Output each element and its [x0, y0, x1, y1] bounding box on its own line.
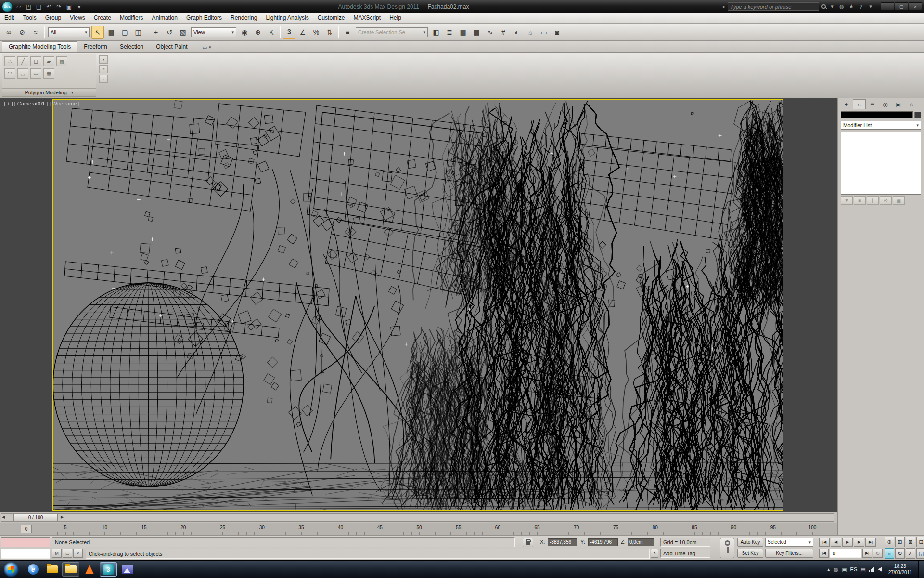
tray-expand-icon[interactable]: ▲	[827, 567, 831, 572]
taskbar-vlc-icon[interactable]	[81, 562, 98, 577]
current-frame-marker[interactable]: 0	[21, 525, 32, 533]
go-to-end-button[interactable]: ▶|	[865, 538, 876, 547]
menu-views[interactable]: Views	[65, 13, 90, 23]
maximize-viewport-icon[interactable]: ◱	[916, 548, 924, 559]
remove-modifier-icon[interactable]: ⊘	[880, 196, 892, 205]
mini-window-button[interactable]: ▭	[63, 549, 72, 558]
tab-utilities[interactable]: ⌂	[905, 99, 918, 109]
y-coordinate-field[interactable]: -4619,796	[588, 538, 618, 546]
edge-mode-icon[interactable]: ╱	[17, 56, 28, 66]
search-input[interactable]	[728, 2, 819, 11]
tab-display[interactable]: ▣	[892, 99, 905, 109]
network-icon[interactable]	[869, 567, 874, 572]
zoom-region-icon[interactable]: ⊡	[916, 537, 924, 547]
add-time-tag-field[interactable]: Add Time Tag	[660, 549, 710, 558]
next-key-button[interactable]: ▶|	[862, 549, 872, 558]
snaps-toggle-icon[interactable]: 3	[283, 26, 295, 39]
modifier-list-dropdown[interactable]: Modifier List ▾	[841, 121, 921, 130]
spinner-snap-icon[interactable]: ⇅	[323, 26, 336, 39]
undo-icon[interactable]: ↶	[44, 2, 54, 11]
preview-multi-icon[interactable]: ◡	[17, 68, 28, 79]
curve-editor-icon[interactable]: ∿	[484, 26, 496, 39]
time-slider-right-arrow[interactable]: ▶	[61, 515, 64, 519]
tab-modify[interactable]: ∩	[853, 99, 866, 109]
polygon-modeling-caption[interactable]: Polygon Modeling ▾	[2, 88, 96, 96]
selection-lock-icon[interactable]	[523, 538, 533, 547]
language-indicator[interactable]: ES	[850, 566, 858, 572]
select-and-link-icon[interactable]: ∞	[2, 26, 15, 39]
camera-viewport[interactable]	[52, 99, 783, 511]
render-setup-icon[interactable]: ☼	[524, 26, 537, 39]
menu-graph-editors[interactable]: Graph Editors	[182, 13, 226, 23]
previous-key-button[interactable]: |◀	[819, 549, 829, 558]
select-object-icon[interactable]: ↖	[91, 26, 104, 39]
keyboard-override-icon[interactable]: K	[265, 26, 278, 39]
time-slider-track[interactable]	[1, 513, 834, 522]
maxscript-macro-recorder-field[interactable]	[1, 537, 50, 547]
select-and-rotate-icon[interactable]: ↺	[163, 26, 176, 39]
quick-access-dropdown-icon[interactable]: ▾	[74, 2, 84, 11]
frame-number-field[interactable]: 0	[830, 549, 861, 558]
panel-expand-icon[interactable]: ▪	[99, 55, 108, 64]
time-tag-icon[interactable]: ◔	[651, 549, 658, 558]
key-filters-button[interactable]: Key Filters...	[765, 549, 813, 558]
field-of-view-icon[interactable]: ∠	[906, 548, 915, 559]
search-dropdown-icon[interactable]: ▾	[828, 3, 836, 10]
pin-stack-icon[interactable]: ▼	[841, 196, 853, 205]
communication-center-icon[interactable]: ◍	[838, 3, 846, 10]
use-pivot-point-icon[interactable]: ◉	[238, 26, 251, 39]
open-file-icon[interactable]: ◳	[24, 2, 34, 11]
time-configuration-icon[interactable]: ◷	[873, 549, 883, 558]
project-folder-icon[interactable]: ▣	[64, 2, 74, 11]
configure-modifier-sets-icon[interactable]: ▦	[893, 196, 905, 205]
menu-help[interactable]: Help	[385, 13, 406, 23]
z-coordinate-field[interactable]: 0,0cm	[628, 538, 654, 546]
selection-region-icon[interactable]: ▢	[118, 26, 131, 39]
menu-tools[interactable]: Tools	[19, 13, 41, 23]
panel-options-icon[interactable]: ▫	[99, 75, 108, 83]
start-button[interactable]	[4, 562, 19, 577]
menu-edit[interactable]: Edit	[0, 13, 19, 23]
redo-icon[interactable]: ↷	[54, 2, 64, 11]
rendered-frame-window-icon[interactable]: ▭	[538, 26, 550, 39]
taskbar-browser-icon[interactable]: e	[25, 562, 42, 577]
element-mode-icon[interactable]: ▩	[56, 56, 67, 66]
notification-icon[interactable]: ▤	[860, 566, 865, 573]
clock[interactable]: 18:23 27/03/2011	[886, 563, 915, 576]
save-file-icon[interactable]: ◰	[34, 2, 44, 11]
edit-named-selection-sets-icon[interactable]: ≡	[341, 26, 354, 39]
search-icon[interactable]	[821, 4, 826, 9]
ribbon-config-dropdown[interactable]: ▭ ▾	[201, 42, 213, 52]
vertex-mode-icon[interactable]: ∴	[4, 56, 15, 66]
set-key-button[interactable]: Set Key	[737, 549, 763, 558]
viewport-label[interactable]: [ + ] [ Camera001 ] [ Wireframe ]	[4, 101, 79, 106]
tab-hierarchy[interactable]: ≣	[866, 99, 879, 109]
menu-modifiers[interactable]: Modifiers	[116, 13, 148, 23]
help-icon[interactable]: ?	[857, 4, 865, 10]
layer-manager-icon[interactable]: ▤	[457, 26, 469, 39]
collapse-stack-icon[interactable]: ▭	[30, 68, 41, 79]
window-crossing-icon[interactable]: ◫	[132, 26, 144, 39]
menu-lighting-analysis[interactable]: Lighting Analysis	[261, 13, 313, 23]
taskbar-folder-window-icon[interactable]	[62, 562, 79, 577]
go-to-start-button[interactable]: |◀	[819, 538, 830, 547]
application-menu-button[interactable]: 3ds	[2, 1, 13, 12]
panel-pin-icon[interactable]: ≡	[99, 65, 108, 73]
help-dropdown-icon[interactable]: ▾	[867, 3, 874, 10]
maxscript-mini-listener-field[interactable]	[1, 549, 50, 559]
volume-icon[interactable]	[878, 567, 882, 572]
select-and-manipulate-icon[interactable]: ⊕	[252, 26, 264, 39]
make-unique-icon[interactable]: ∥	[867, 196, 879, 205]
key-mode-dropdown[interactable]: Selected▾	[765, 538, 813, 547]
mini-close-button[interactable]: ×	[73, 549, 83, 558]
minimize-button[interactable]: ─	[881, 2, 894, 11]
menu-maxscript[interactable]: MAXScript	[349, 13, 385, 23]
object-name-field[interactable]	[841, 111, 913, 118]
maximize-button[interactable]: ▢	[895, 2, 908, 11]
taskbar-explorer-icon[interactable]	[43, 562, 61, 577]
menu-create[interactable]: Create	[90, 13, 116, 23]
soft-selection-icon[interactable]: ▦	[43, 68, 54, 79]
ribbon-tab-freeform[interactable]: Freeform	[77, 42, 114, 52]
auto-key-button[interactable]: Auto Key	[737, 538, 763, 547]
border-mode-icon[interactable]: ◻	[30, 56, 41, 66]
